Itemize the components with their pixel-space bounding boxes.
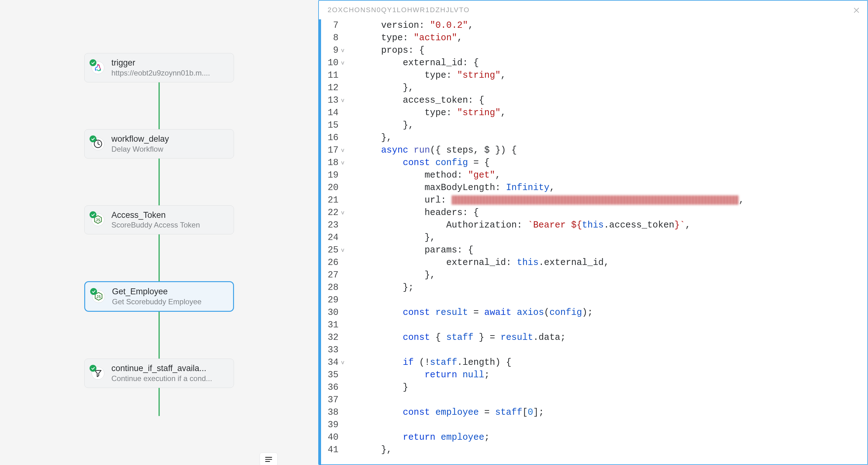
step-title: workflow_delay: [112, 134, 227, 145]
code-line[interactable]: headers: {: [348, 207, 867, 219]
code-line[interactable]: if (!staff.length) {: [348, 356, 867, 369]
line-number: 34: [321, 356, 339, 369]
connector: [158, 158, 160, 205]
code-line[interactable]: url: ,: [348, 194, 867, 207]
fold-toggle-icon[interactable]: v: [340, 244, 348, 256]
step-title: trigger: [112, 58, 227, 68]
code-line[interactable]: const config = {: [348, 157, 867, 169]
code-line[interactable]: Authorization: `Bearer ${this.access_tok…: [348, 219, 867, 231]
code-line[interactable]: return employee;: [348, 431, 867, 444]
code-line[interactable]: [348, 319, 867, 332]
notes-button[interactable]: [259, 453, 278, 465]
fold-toggle-icon[interactable]: v: [340, 356, 348, 369]
fold-spacer: [340, 431, 348, 444]
line-number: 8: [321, 32, 339, 44]
step-subtitle: ScoreBuddy Access Token: [112, 220, 227, 230]
code-line[interactable]: },: [348, 132, 867, 144]
workflow-step-access_token[interactable]: Access_TokenScoreBuddy Access Token: [84, 205, 234, 235]
nodejs-icon: [92, 290, 105, 303]
code-line[interactable]: },: [348, 82, 867, 94]
code-editor[interactable]: 7891011121314151617181920212223242526272…: [319, 19, 867, 464]
code-line[interactable]: return null;: [348, 369, 867, 381]
code-line[interactable]: access_token: {: [348, 94, 867, 107]
code-line[interactable]: },: [348, 231, 867, 244]
code-line[interactable]: params: {: [348, 244, 867, 256]
line-number: 12: [321, 82, 339, 94]
code-line[interactable]: method: "get",: [348, 169, 867, 182]
code-line[interactable]: };: [348, 281, 867, 294]
fold-spacer: [340, 82, 348, 94]
fold-spacer: [340, 332, 348, 344]
code-line[interactable]: external_id: this.external_id,: [348, 256, 867, 269]
code-line[interactable]: [348, 419, 867, 431]
line-number: 37: [321, 394, 339, 406]
fold-spacer: [340, 394, 348, 406]
code-line[interactable]: async run({ steps, $ }) {: [348, 144, 867, 157]
step-title: Access_Token: [112, 210, 227, 221]
line-number: 31: [321, 319, 339, 332]
fold-toggle-icon[interactable]: v: [340, 207, 348, 219]
line-number: 11: [321, 69, 339, 82]
line-number: 38: [321, 406, 339, 419]
workflow-step-continue_if_staff_availa...[interactable]: continue_if_staff_availa...Continue exec…: [84, 359, 234, 388]
workflow-step-get_employee[interactable]: Get_EmployeeGet Scorebuddy Employee: [84, 281, 234, 312]
fold-toggle-icon[interactable]: v: [340, 44, 348, 57]
line-number: 40: [321, 431, 339, 444]
line-number: 23: [321, 219, 339, 231]
code-line[interactable]: [348, 394, 867, 406]
code-panel: 2OXCHONSN0QY1LOHWR1DZHJLVTO 789101112131…: [318, 0, 868, 465]
fold-spacer: [340, 182, 348, 194]
fold-spacer: [340, 344, 348, 356]
code-line[interactable]: props: {: [348, 44, 867, 57]
code-line[interactable]: const { staff } = result.data;: [348, 332, 867, 344]
fold-spacer: [340, 369, 348, 381]
fold-spacer: [340, 32, 348, 44]
fold-toggle-icon[interactable]: v: [340, 157, 348, 169]
code-line[interactable]: },: [348, 444, 867, 456]
code-line[interactable]: type: "action",: [348, 32, 867, 44]
line-number: 9: [321, 44, 339, 57]
line-number: 41: [321, 444, 339, 456]
code-line[interactable]: }: [348, 381, 867, 394]
line-number: 19: [321, 169, 339, 182]
fold-spacer: [340, 444, 348, 456]
line-number: 21: [321, 194, 339, 207]
fold-spacer: [340, 69, 348, 82]
code-line[interactable]: version: "0.0.2",: [348, 19, 867, 32]
clock-icon: [91, 137, 104, 150]
code-line[interactable]: [348, 344, 867, 356]
fold-spacer: [340, 169, 348, 182]
editor-active-stripe: [319, 19, 321, 464]
fold-toggle-icon[interactable]: v: [340, 144, 348, 157]
workflow-panel: triggerhttps://eobt2u9zoynn01b.m....work…: [0, 0, 318, 465]
code-line[interactable]: const result = await axios(config);: [348, 307, 867, 319]
step-subtitle: https://eobt2u9zoynn01b.m....: [112, 68, 227, 78]
step-subtitle: Continue execution if a cond...: [112, 374, 227, 383]
fold-spacer: [340, 406, 348, 419]
fold-gutter: vvvvvvvv: [340, 19, 348, 464]
code-line[interactable]: type: "string",: [348, 107, 867, 119]
code-line[interactable]: external_id: {: [348, 57, 867, 69]
code-line[interactable]: maxBodyLength: Infinity,: [348, 182, 867, 194]
step-subtitle: Get Scorebuddy Employee: [112, 297, 226, 307]
code-line[interactable]: },: [348, 269, 867, 281]
workflow-step-trigger[interactable]: triggerhttps://eobt2u9zoynn01b.m....: [84, 53, 234, 83]
line-number: 35: [321, 369, 339, 381]
code-area[interactable]: version: "0.0.2", type: "action", props:…: [348, 19, 867, 464]
code-line[interactable]: },: [348, 119, 867, 132]
step-text: Access_TokenScoreBuddy Access Token: [112, 210, 227, 230]
workflow-step-workflow_delay[interactable]: workflow_delayDelay Workflow: [84, 129, 234, 158]
line-number: 22: [321, 207, 339, 219]
close-button[interactable]: [851, 5, 862, 16]
line-number: 7: [321, 19, 339, 32]
line-number: 14: [321, 107, 339, 119]
success-badge-icon: [90, 135, 96, 142]
code-line[interactable]: const employee = staff[0];: [348, 406, 867, 419]
line-number: 17: [321, 144, 339, 157]
fold-toggle-icon[interactable]: v: [340, 94, 348, 107]
code-line[interactable]: [348, 294, 867, 307]
code-line[interactable]: type: "string",: [348, 69, 867, 82]
execution-id: 2OXCHONSN0QY1LOHWR1DZHJLVTO: [319, 1, 867, 19]
step-subtitle: Delay Workflow: [112, 145, 227, 154]
fold-toggle-icon[interactable]: v: [340, 57, 348, 69]
